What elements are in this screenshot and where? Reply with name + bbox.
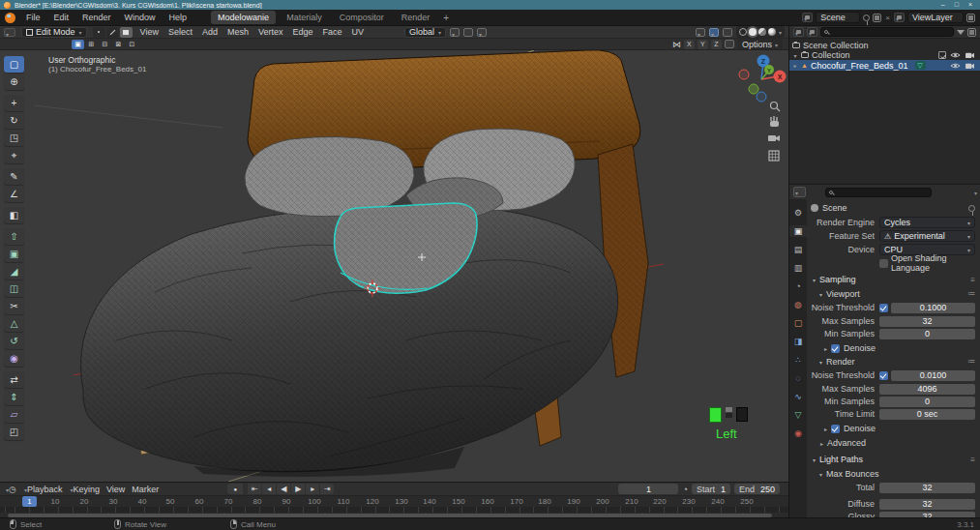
close-button[interactable]: ×: [968, 0, 972, 10]
diffuse-field[interactable]: 32: [879, 499, 975, 510]
material-preview-icon[interactable]: [758, 28, 766, 36]
filter-objects-icon[interactable]: [807, 27, 817, 37]
minimize-button[interactable]: –: [941, 0, 945, 10]
vertex-select-button[interactable]: [93, 27, 105, 38]
panel-grip-icon[interactable]: ≡: [970, 276, 975, 284]
tool-poly-build-button[interactable]: △: [4, 315, 24, 332]
outliner-row-collection[interactable]: ▾ Collection: [789, 50, 980, 60]
edge-select-button[interactable]: [106, 27, 119, 38]
eye-icon[interactable]: [950, 51, 961, 59]
tool-cursor-button[interactable]: ⊕: [4, 74, 24, 90]
filter-icon[interactable]: [957, 30, 965, 35]
mirror-y-button[interactable]: Y: [698, 40, 708, 49]
current-frame-field[interactable]: 1: [618, 484, 678, 494]
show-gizmo-icon[interactable]: [696, 28, 705, 37]
camera-icon[interactable]: [965, 62, 975, 70]
gizmo-neg-y[interactable]: [749, 84, 758, 94]
scene-browse-icon[interactable]: [802, 13, 813, 22]
play-reverse-button[interactable]: ◀: [277, 484, 290, 494]
snap-options-icon[interactable]: [725, 40, 734, 48]
r-noise-threshold-checkbox[interactable]: [879, 371, 888, 380]
blender-menu-icon[interactable]: [5, 13, 15, 23]
max-bounces-subpanel-header[interactable]: Max Bounces: [811, 467, 975, 480]
menu-file[interactable]: File: [23, 12, 44, 23]
tool-measure-button[interactable]: ∠: [4, 186, 24, 202]
prev-keyframe-button[interactable]: ◂: [262, 484, 276, 494]
pan-hand-icon[interactable]: [770, 116, 779, 127]
auto-keying-button[interactable]: ●: [227, 484, 243, 494]
advanced-row[interactable]: Advanced: [811, 437, 975, 449]
menu-add[interactable]: Add: [200, 27, 220, 37]
maximize-button[interactable]: □: [955, 0, 959, 10]
select-mode-subtract-button[interactable]: ⊟: [99, 40, 111, 49]
scene-tab[interactable]: ◔: [789, 280, 807, 292]
tool-move-button[interactable]: +: [4, 95, 24, 111]
select-mode-extend-button[interactable]: ⊞: [85, 40, 98, 49]
render-subpanel-header[interactable]: Render ≔: [811, 355, 975, 368]
use-preview-range-icon[interactable]: ◔: [682, 485, 687, 494]
menu-mesh[interactable]: Mesh: [225, 27, 251, 37]
playhead[interactable]: 1: [22, 496, 37, 507]
mode-dropdown[interactable]: Edit Mode: [21, 27, 87, 38]
view-menu[interactable]: View: [106, 485, 125, 494]
tool-loop-cut-button[interactable]: ◫: [4, 280, 24, 297]
r-denoise-checkbox[interactable]: [831, 425, 840, 433]
tool-select-box-button[interactable]: ▢: [4, 56, 24, 73]
menu-help[interactable]: Help: [166, 12, 191, 23]
render-tab[interactable]: ▣: [789, 225, 807, 237]
keying-menu[interactable]: Keying: [69, 485, 100, 494]
options-dropdown[interactable]: Options: [737, 39, 783, 49]
wireframe-shading-icon[interactable]: [739, 28, 747, 36]
vp-min-samples-field[interactable]: 0: [879, 329, 975, 339]
proportional-editing-icon[interactable]: [477, 28, 487, 37]
snap-magnet-icon[interactable]: [463, 28, 473, 37]
tool-rip-region-button[interactable]: ◰: [4, 424, 24, 440]
face-select-button[interactable]: [120, 27, 133, 38]
panel-grip-icon[interactable]: ≡: [970, 456, 975, 464]
properties-options-icon[interactable]: [973, 188, 977, 197]
constraints-tab[interactable]: ∿: [789, 391, 807, 402]
orthographic-grid-icon[interactable]: [769, 151, 779, 161]
workspace-tab-compositor[interactable]: Compositor: [333, 11, 391, 24]
outliner-search-input[interactable]: [820, 27, 954, 37]
render-engine-dropdown[interactable]: Cycles▾: [879, 217, 975, 228]
pin-icon[interactable]: [968, 205, 975, 212]
viewport-canvas[interactable]: Z Y X User Orthographic (1) Chocofur_F: [0, 50, 788, 482]
particles-tab[interactable]: ∴: [789, 354, 807, 366]
tool-transform-button[interactable]: ⌖: [4, 147, 24, 163]
tool-tab[interactable]: ⚙: [789, 207, 807, 219]
menu-render[interactable]: Render: [79, 12, 114, 23]
gizmo-neg-z[interactable]: [757, 92, 766, 102]
scene-name-field[interactable]: Scene: [816, 12, 860, 23]
material-tab[interactable]: ◉: [789, 427, 807, 439]
r-min-samples-field[interactable]: 0: [879, 397, 975, 407]
menu-vertex[interactable]: Vertex: [256, 27, 285, 37]
tool-bevel-button[interactable]: ◢: [4, 263, 24, 280]
view-layer-field[interactable]: ViewLayer: [907, 12, 964, 23]
vp-noise-threshold-checkbox[interactable]: [879, 304, 888, 312]
display-mode-icon[interactable]: [793, 27, 804, 37]
feature-set-dropdown[interactable]: ⚠Experimental▾: [879, 230, 975, 242]
add-workspace-button[interactable]: +: [440, 13, 452, 23]
viewport-subpanel-header[interactable]: Viewport ≔: [811, 287, 975, 300]
vp-denoise-row[interactable]: Denoise: [811, 342, 975, 354]
overlays-icon[interactable]: [709, 28, 719, 37]
select-mode-invert-button[interactable]: ⊠: [112, 40, 125, 49]
r-noise-threshold-field[interactable]: 0.0100: [891, 370, 975, 381]
tool-shear-button[interactable]: ▱: [4, 406, 24, 423]
gizmo-neg-x[interactable]: [739, 70, 749, 79]
preset-icon[interactable]: ≔: [967, 357, 975, 366]
select-mode-intersect-button[interactable]: ⊡: [126, 40, 138, 49]
tool-edge-slide-button[interactable]: ⇄: [4, 371, 24, 388]
modifiers-tab[interactable]: ◨: [789, 336, 807, 347]
new-collection-icon[interactable]: [967, 28, 976, 37]
mirror-z-button[interactable]: Z: [711, 40, 722, 49]
vp-noise-threshold-field[interactable]: 0.1000: [891, 303, 975, 313]
tool-shrink-fatten-button[interactable]: ⇕: [4, 389, 24, 405]
play-button[interactable]: ▶: [291, 484, 305, 494]
time-limit-field[interactable]: 0 sec: [879, 409, 975, 420]
mirror-x-button[interactable]: X: [684, 40, 695, 49]
tool-inset-faces-button[interactable]: ▣: [4, 246, 24, 262]
osl-checkbox[interactable]: [879, 259, 888, 268]
eye-icon[interactable]: [950, 62, 961, 70]
